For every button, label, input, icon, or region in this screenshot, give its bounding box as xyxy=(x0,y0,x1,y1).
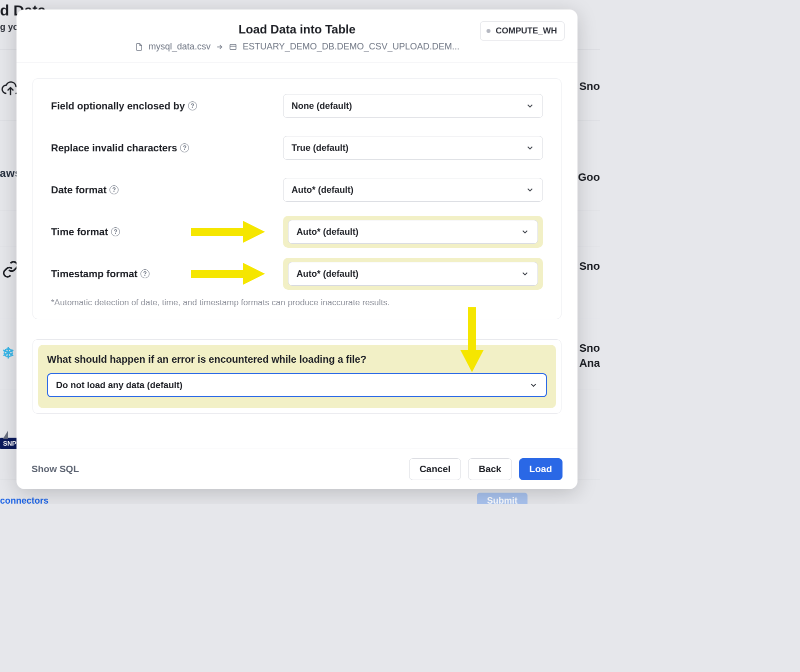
file-format-options-card: Field optionally enclosed by ? None (def… xyxy=(32,78,562,319)
bg-item-sno-2: Sno xyxy=(579,260,600,273)
timestamp-format-label: Timestamp format xyxy=(51,268,138,280)
field-enclosed-label: Field optionally enclosed by xyxy=(51,100,185,112)
chevron-down-icon xyxy=(520,269,530,278)
chevron-down-icon xyxy=(526,101,534,110)
field-enclosed-select[interactable]: None (default) xyxy=(283,94,543,118)
warehouse-badge[interactable]: COMPUTE_WH xyxy=(480,21,564,40)
help-icon[interactable]: ? xyxy=(111,227,120,236)
date-format-select[interactable]: Auto* (default) xyxy=(283,178,543,202)
bg-item-goo: Goo xyxy=(578,171,600,184)
option-time-format: Time format ? Auto* (default) xyxy=(51,211,543,253)
error-handling-card: What should happen if an error is encoun… xyxy=(32,339,562,414)
replace-invalid-select[interactable]: True (default) xyxy=(283,136,543,160)
page-subtitle-fragment: g yo xyxy=(0,22,18,32)
error-handling-select[interactable]: Do not load any data (default) xyxy=(47,373,547,397)
timestamp-format-select[interactable]: Auto* (default) xyxy=(288,262,538,286)
snowflake-icon: ❄ xyxy=(2,346,14,361)
chevron-down-icon xyxy=(526,185,534,194)
highlight-time-format: Auto* (default) xyxy=(283,216,543,248)
error-handling-question: What should happen if an error is encoun… xyxy=(47,354,547,365)
target-table: ESTUARY_DEMO_DB.DEMO_CSV_UPLOAD.DEM... xyxy=(242,41,460,52)
table-icon xyxy=(228,42,238,51)
replace-invalid-value: True (default) xyxy=(292,143,348,153)
help-icon[interactable]: ? xyxy=(140,269,150,278)
time-format-select[interactable]: Auto* (default) xyxy=(288,220,538,244)
submit-button-bg: Submit xyxy=(477,493,528,504)
auto-detect-footnote: *Automatic detection of date, time, and … xyxy=(51,298,543,308)
cancel-button[interactable]: Cancel xyxy=(409,458,461,480)
svg-rect-0 xyxy=(230,44,236,49)
help-icon[interactable]: ? xyxy=(188,101,197,110)
option-field-enclosed: Field optionally enclosed by ? None (def… xyxy=(51,85,543,127)
help-icon[interactable]: ? xyxy=(110,185,118,194)
load-data-modal: Load Data into Table COMPUTE_WH mysql_da… xyxy=(16,9,578,489)
highlight-error-handling: What should happen if an error is encoun… xyxy=(38,345,556,408)
field-enclosed-value: None (default) xyxy=(292,101,352,111)
option-date-format: Date format ? Auto* (default) xyxy=(51,169,543,211)
time-format-label: Time format xyxy=(51,226,108,238)
bg-item-sno-3: Sno xyxy=(579,342,600,355)
bg-item-ana: Ana xyxy=(579,357,600,370)
modal-path: mysql_data.csv ESTUARY_DEMO_DB.DEMO_CSV_… xyxy=(28,41,566,52)
show-sql-link[interactable]: Show SQL xyxy=(32,464,79,475)
chevron-down-icon xyxy=(529,381,538,390)
modal-footer: Show SQL Cancel Back Load xyxy=(16,449,578,489)
connectors-link[interactable]: connectors xyxy=(0,496,48,504)
option-replace-invalid: Replace invalid characters ? True (defau… xyxy=(51,127,543,169)
chevron-down-icon xyxy=(520,227,530,236)
back-button[interactable]: Back xyxy=(468,458,512,480)
source-file: mysql_data.csv xyxy=(148,41,210,52)
help-icon[interactable]: ? xyxy=(180,143,189,152)
warehouse-name: COMPUTE_WH xyxy=(496,26,557,35)
arrow-right-icon xyxy=(216,43,224,51)
option-timestamp-format: Timestamp format ? Auto* (default) xyxy=(51,253,543,295)
modal-header: Load Data into Table COMPUTE_WH mysql_da… xyxy=(16,9,578,62)
replace-invalid-label: Replace invalid characters xyxy=(51,142,177,154)
highlight-timestamp-format: Auto* (default) xyxy=(283,258,543,290)
date-format-label: Date format xyxy=(51,184,106,196)
load-button[interactable]: Load xyxy=(519,458,562,480)
file-icon xyxy=(134,42,144,51)
bg-item-sno-1: Sno xyxy=(579,80,600,93)
modal-body: Field optionally enclosed by ? None (def… xyxy=(16,62,578,449)
timestamp-format-value: Auto* (default) xyxy=(296,269,358,279)
error-handling-value: Do not load any data (default) xyxy=(56,380,182,391)
chevron-down-icon xyxy=(526,143,534,152)
date-format-value: Auto* (default) xyxy=(292,185,354,195)
time-format-value: Auto* (default) xyxy=(296,227,358,237)
